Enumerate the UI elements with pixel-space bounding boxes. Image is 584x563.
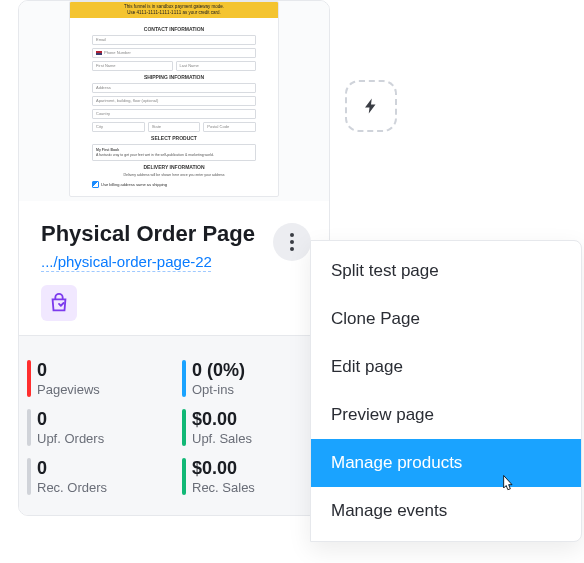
stat-value: 0 (0%) [192,360,317,381]
svg-point-2 [290,247,294,251]
sandbox-banner: This funnel is in sandbox payment gatewa… [70,2,278,18]
stats-grid: 0 Pageviews 0 (0%) Opt-ins 0 Upf. Orders… [19,336,329,515]
billing-same-check: Use billing address same as shipping [92,181,256,188]
stat-label: Pageviews [37,382,162,397]
stat-rec-sales: $0.00 Rec. Sales [174,452,329,501]
field-postal: Postal Code [203,122,256,132]
field-city: City [92,122,145,132]
mockup: This funnel is in sandbox payment gatewa… [69,1,279,197]
field-last: Last Name [176,61,257,71]
add-step-placeholder[interactable] [345,80,397,132]
stat-value: 0 [37,360,162,381]
section-delivery: DELIVERY INFORMATION [92,164,256,170]
menu-split-test[interactable]: Split test page [311,247,581,295]
menu-clone-page[interactable]: Clone Page [311,295,581,343]
stat-pageviews: 0 Pageviews [19,354,174,403]
page-url-link[interactable]: .../physical-order-page-22 [41,253,212,270]
svg-point-0 [290,233,294,237]
stat-label: Rec. Orders [37,480,162,495]
menu-edit-page[interactable]: Edit page [311,343,581,391]
stat-value: 0 [37,409,162,430]
stat-value: $0.00 [192,409,317,430]
mock-body: CONTACT INFORMATION Email Phone Number F… [70,18,278,197]
field-email: Email [92,35,256,45]
product-desc: A fantastic way to get your feet wet in … [96,153,252,158]
page-title: Physical Order Page [41,221,307,247]
menu-preview-page[interactable]: Preview page [311,391,581,439]
product-box: My First Book A fantastic way to get you… [92,144,256,162]
more-actions-button[interactable] [273,223,311,261]
stat-label: Upf. Orders [37,431,162,446]
field-state: State [148,122,201,132]
stat-upf-sales: $0.00 Upf. Sales [174,403,329,452]
page-actions-menu: Split test page Clone Page Edit page Pre… [310,240,582,542]
sandbox-line2: Use 4111-1111-1111-1111 as your credit c… [74,10,274,16]
stat-upf-orders: 0 Upf. Orders [19,403,174,452]
field-first: First Name [92,61,173,71]
stat-optins: 0 (0%) Opt-ins [174,354,329,403]
field-address: Address [92,83,256,93]
page-preview-thumbnail[interactable]: This funnel is in sandbox payment gatewa… [19,1,329,201]
section-product: SELECT PRODUCT [92,135,256,141]
svg-point-1 [290,240,294,244]
bolt-icon [362,97,380,115]
stat-label: Upf. Sales [192,431,317,446]
field-apt: Apartment, building, floor (optional) [92,96,256,106]
delivery-note: Delivery address will be shown here once… [92,173,256,178]
section-shipping: SHIPPING INFORMATION [92,74,256,80]
stat-value: $0.00 [192,458,317,479]
stat-value: 0 [37,458,162,479]
stat-label: Opt-ins [192,382,317,397]
menu-manage-events[interactable]: Manage events [311,487,581,535]
stat-label: Rec. Sales [192,480,317,495]
field-country: Country [92,109,256,119]
section-contact: CONTACT INFORMATION [92,26,256,32]
field-phone: Phone Number [92,48,256,58]
funnel-page-card: This funnel is in sandbox payment gatewa… [18,0,330,516]
stat-rec-orders: 0 Rec. Orders [19,452,174,501]
menu-manage-products[interactable]: Manage products [311,439,581,487]
shopping-bag-icon [41,285,77,321]
page-header: Physical Order Page .../physical-order-p… [19,201,329,336]
page-type-icons [41,285,307,321]
dots-vertical-icon [290,233,294,251]
